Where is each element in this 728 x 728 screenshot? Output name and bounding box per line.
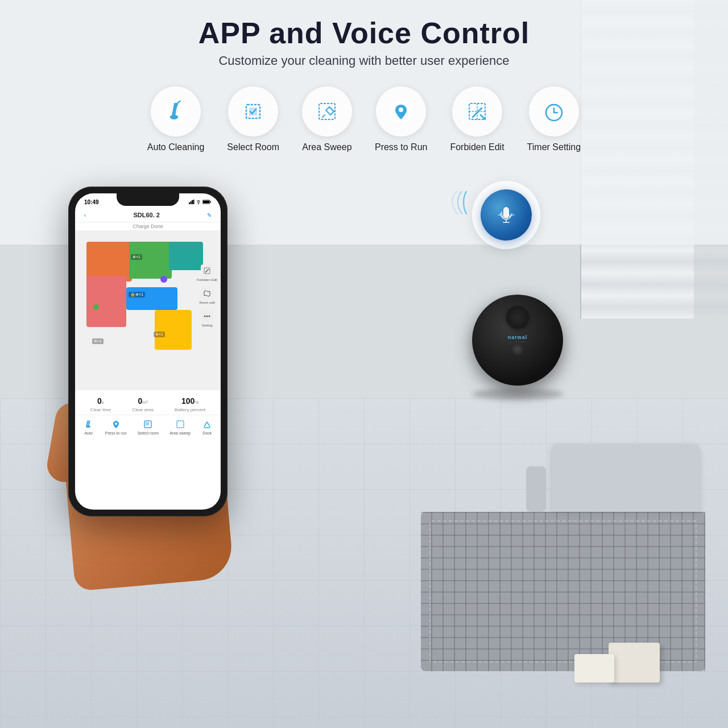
side-panel-setting[interactable]: Setting — [201, 310, 213, 327]
feature-label-area-sweep: Area Sweep — [302, 142, 351, 152]
feature-circle-select-room — [228, 86, 278, 136]
bottom-nav-auto[interactable]: Auto — [83, 419, 94, 435]
map-label-1: ⊕×1 — [131, 254, 142, 260]
phone-side-panel: Forbiden Edit Room edit — [197, 264, 217, 327]
resize-dashed-icon — [465, 99, 490, 124]
phone-nav-title: SDL60. 2 — [133, 212, 159, 218]
broom-nav-icon — [84, 420, 93, 429]
signal-icon — [189, 200, 195, 204]
wifi-icon — [196, 200, 201, 204]
stat-battery: 100% Battery percent — [175, 396, 205, 412]
phone-map: ⊕×1 🔒⊕×1 ⊕×1 ⊕×1 — [75, 230, 221, 390]
bottom-nav-dock[interactable]: Dock — [201, 419, 213, 435]
page-subtitle: Customize your cleaning with better user… — [0, 53, 728, 68]
map-green-dot — [93, 304, 99, 310]
dock-icon — [202, 420, 212, 429]
phone-time: 10:49 — [84, 199, 99, 205]
map-icon — [204, 290, 210, 297]
svg-point-27 — [198, 203, 199, 204]
feature-forbiden-edit: Forbiden Edit — [450, 86, 504, 152]
svg-point-40 — [115, 423, 117, 425]
voice-button[interactable] — [481, 189, 532, 241]
side-panel-room[interactable]: Room edit — [199, 287, 214, 304]
svg-point-35 — [209, 316, 210, 317]
bottom-nav-area-sweep-label: Area sweep — [169, 431, 191, 435]
phone-notch — [117, 193, 179, 206]
stat-clear-area-label: Clear area — [132, 407, 153, 412]
feature-auto-cleaning: Auto Cleaning — [147, 86, 205, 152]
side-panel-setting-label: Setting — [202, 324, 213, 327]
robot-brand: narwal — [508, 334, 528, 355]
phone-edit-button[interactable]: ✎ — [207, 212, 212, 218]
feature-press-to-run: Press to Run — [375, 86, 427, 152]
phone-screen: 10:49 — [75, 193, 221, 510]
voice-button-container[interactable] — [472, 181, 540, 249]
stat-clear-time: 0s Clear time — [90, 396, 111, 412]
room-nav-icon — [143, 420, 152, 429]
svg-rect-29 — [210, 201, 212, 202]
robot-shadow — [472, 388, 563, 400]
checkbox-square-icon — [241, 99, 266, 124]
features-row: Auto Cleaning Select Room Area Sweep — [0, 86, 728, 152]
svg-line-18 — [481, 115, 485, 119]
bottom-nav-press-run-label: Press to run — [105, 431, 127, 435]
side-panel-forbiden[interactable]: Forbiden Edit — [197, 264, 217, 282]
map-label-2: 🔒⊕×1 — [129, 292, 145, 297]
robot-vacuum: narwal — [472, 295, 563, 386]
phone-nav-bar: ‹ SDL60. 2 ✎ — [75, 208, 221, 222]
voice-area — [472, 181, 540, 249]
bottom-nav-dock-label: Dock — [202, 431, 212, 435]
wifi-waves — [438, 191, 472, 239]
broom-icon — [163, 99, 188, 124]
dock-nav-icon — [201, 419, 213, 430]
map-label-3: ⊕×1 — [92, 338, 104, 344]
forbiden-icon — [204, 267, 210, 274]
svg-rect-26 — [193, 200, 195, 204]
phone-back-button[interactable]: ‹ — [84, 212, 86, 218]
room-edit-panel-icon — [201, 287, 213, 300]
stat-clear-time-value: 0s — [90, 396, 111, 406]
bottom-nav-area-sweep[interactable]: Area sweep — [169, 419, 191, 435]
phone-bottom-nav: Auto Press to run — [75, 415, 221, 440]
feature-label-timer-setting: Timer Setting — [527, 142, 581, 152]
map-room-pink — [86, 276, 126, 327]
sweep-nav-icon — [176, 420, 185, 429]
stat-clear-time-label: Clear time — [90, 407, 111, 412]
feature-label-auto-cleaning: Auto Cleaning — [147, 142, 205, 152]
stat-clear-area-value: 0m² — [132, 396, 153, 406]
feature-label-forbiden-edit: Forbiden Edit — [450, 142, 504, 152]
feature-timer-setting: Timer Setting — [527, 86, 581, 152]
svg-line-32 — [205, 269, 209, 272]
feature-label-select-room: Select Room — [227, 142, 279, 152]
feature-label-press-to-run: Press to Run — [375, 142, 427, 152]
robot-vacuum-area: narwal — [472, 295, 563, 400]
location-nav-icon — [111, 420, 121, 429]
bottom-nav-press-run[interactable]: Press to run — [105, 419, 127, 435]
svg-rect-25 — [192, 200, 193, 204]
feature-circle-timer-setting — [529, 86, 579, 136]
side-panel-forbiden-label: Forbiden Edit — [197, 278, 217, 282]
bottom-nav-select-room[interactable]: Select room — [138, 419, 159, 435]
bottom-nav-select-room-label: Select room — [138, 431, 159, 435]
page-title: APP and Voice Control — [0, 16, 728, 50]
edit-dashed-icon — [315, 99, 340, 124]
map-room-green — [129, 242, 172, 279]
forbiden-edit-panel-icon — [201, 264, 213, 277]
feature-select-room: Select Room — [227, 86, 279, 152]
phone-stats-row: 0s Clear time 0m² Clear area 100% — [75, 390, 221, 415]
stat-battery-value: 100% — [175, 396, 205, 406]
feature-circle-press-to-run — [376, 86, 426, 136]
feature-circle-forbiden-edit — [452, 86, 502, 136]
map-room-blue — [126, 287, 177, 310]
clock-icon — [541, 99, 566, 124]
main-content: 10:49 — [0, 164, 728, 516]
select-room-nav-icon — [142, 419, 154, 430]
robot-sensor — [506, 306, 529, 329]
setting-panel-icon — [201, 310, 213, 322]
svg-rect-23 — [189, 202, 190, 204]
map-label-4: ⊕×1 — [154, 332, 165, 337]
svg-point-34 — [206, 316, 208, 317]
press-run-nav-icon — [110, 419, 122, 430]
robot-center-button — [512, 344, 523, 355]
phone-charge-status: Charge Done — [75, 222, 221, 230]
